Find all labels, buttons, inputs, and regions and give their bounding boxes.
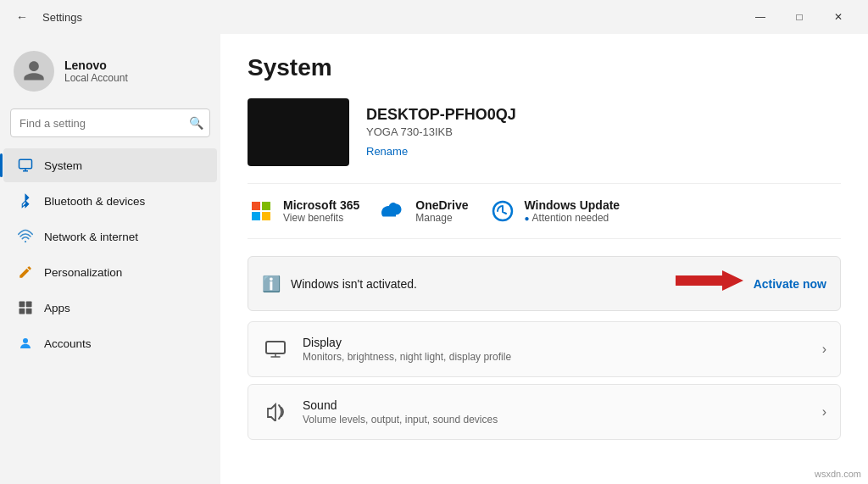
network-icon: [17, 228, 34, 245]
apps-icon: [17, 299, 34, 316]
sidebar-bluetooth-label: Bluetooth & devices: [44, 195, 145, 208]
sidebar-item-network[interactable]: Network & internet: [3, 220, 217, 253]
maximize-button[interactable]: □: [780, 3, 819, 31]
svg-point-6: [23, 338, 28, 343]
sidebar-accounts-label: Accounts: [44, 337, 92, 350]
svg-rect-2: [19, 302, 25, 308]
personalization-icon: [17, 264, 34, 281]
accounts-icon: [17, 335, 34, 352]
service-microsoft365-text: Microsoft 365 View benefits: [283, 198, 359, 224]
device-info: DESKTOP-PFHO0QJ YOGA 730-13IKB Rename: [366, 106, 516, 159]
services-row: Microsoft 365 View benefits OneDrive Man…: [248, 183, 841, 239]
windowsupdate-name: Windows Update: [525, 198, 620, 212]
attention-dot: ●: [525, 214, 530, 223]
microsoft365-desc: View benefits: [283, 212, 359, 224]
device-card: DESKTOP-PFHO0QJ YOGA 730-13IKB Rename: [248, 98, 841, 166]
display-chevron: ›: [822, 342, 826, 357]
rename-link[interactable]: Rename: [366, 145, 408, 158]
page-title: System: [248, 54, 841, 81]
onedrive-desc: Manage: [415, 212, 468, 224]
setting-row-display[interactable]: Display Monitors, brightness, night ligh…: [248, 321, 841, 377]
service-onedrive-text: OneDrive Manage: [415, 198, 468, 224]
search-box[interactable]: 🔍: [10, 108, 210, 137]
sidebar-network-label: Network & internet: [44, 231, 138, 243]
device-name: DESKTOP-PFHO0QJ: [366, 106, 516, 124]
close-button[interactable]: ✕: [819, 3, 858, 31]
svg-rect-3: [26, 302, 32, 308]
sound-chevron: ›: [822, 404, 826, 420]
display-name: Display: [303, 336, 809, 349]
service-onedrive[interactable]: OneDrive Manage: [380, 197, 468, 225]
sound-icon: [262, 398, 289, 426]
watermark: wsxdn.com: [815, 469, 861, 479]
display-text: Display Monitors, brightness, night ligh…: [303, 336, 809, 363]
sidebar-system-label: System: [44, 159, 82, 172]
profile-type: Local Account: [64, 72, 128, 84]
windowsupdate-desc: ●Attention needed: [525, 212, 620, 224]
windowsupdate-icon: [489, 197, 516, 225]
display-desc: Monitors, brightness, night light, displ…: [303, 351, 809, 363]
sidebar-item-accounts[interactable]: Accounts: [3, 326, 217, 360]
activation-text: Windows isn't activated.: [291, 277, 665, 291]
system-icon: [17, 157, 34, 174]
service-windowsupdate[interactable]: Windows Update ●Attention needed: [489, 197, 620, 225]
titlebar: ← Settings — □ ✕: [0, 0, 868, 34]
svg-rect-5: [26, 309, 32, 314]
onedrive-name: OneDrive: [415, 198, 468, 212]
minimize-button[interactable]: —: [741, 3, 780, 31]
device-model: YOGA 730-13IKB: [366, 125, 516, 138]
content-area: System DESKTOP-PFHO0QJ YOGA 730-13IKB Re…: [220, 34, 868, 484]
search-input[interactable]: [10, 108, 210, 137]
sidebar-personalization-label: Personalization: [44, 266, 122, 279]
sidebar-apps-label: Apps: [44, 302, 70, 314]
app-title: Settings: [42, 11, 82, 24]
service-microsoft365[interactable]: Microsoft 365 View benefits: [248, 197, 359, 225]
device-thumbnail: [248, 98, 349, 166]
display-icon: [262, 336, 289, 363]
sound-text: Sound Volume levels, output, input, soun…: [303, 398, 809, 426]
svg-rect-0: [19, 159, 32, 169]
microsoft365-icon: [248, 197, 275, 225]
info-icon: ℹ️: [262, 275, 281, 293]
activate-now-link[interactable]: Activate now: [754, 277, 826, 291]
activation-banner: ℹ️ Windows isn't activated. Activate now: [248, 256, 841, 311]
main-layout: Lenovo Local Account 🔍 System: [0, 34, 868, 484]
onedrive-icon: [380, 197, 407, 225]
sidebar-item-personalization[interactable]: Personalization: [3, 255, 217, 289]
svg-rect-4: [19, 309, 25, 314]
service-windowsupdate-text: Windows Update ●Attention needed: [525, 198, 620, 224]
sidebar-item-apps[interactable]: Apps: [3, 291, 217, 325]
profile-section[interactable]: Lenovo Local Account: [0, 41, 220, 105]
sidebar: Lenovo Local Account 🔍 System: [0, 34, 220, 484]
microsoft365-name: Microsoft 365: [283, 198, 359, 212]
bluetooth-icon: [17, 192, 34, 209]
svg-rect-9: [266, 342, 285, 353]
titlebar-nav: ←: [10, 5, 34, 29]
window-controls: — □ ✕: [741, 3, 858, 31]
arrow-icon: [676, 269, 743, 298]
profile-info: Lenovo Local Account: [64, 58, 128, 84]
svg-point-1: [25, 241, 26, 242]
setting-row-sound[interactable]: Sound Volume levels, output, input, soun…: [248, 384, 841, 440]
sidebar-item-system[interactable]: System: [3, 148, 217, 182]
sidebar-item-bluetooth[interactable]: Bluetooth & devices: [3, 184, 217, 218]
avatar: [14, 51, 54, 92]
profile-name: Lenovo: [64, 58, 128, 72]
titlebar-left: ← Settings: [10, 5, 82, 29]
back-button[interactable]: ←: [10, 5, 34, 29]
svg-marker-8: [676, 270, 743, 291]
sound-name: Sound: [303, 398, 809, 412]
sound-desc: Volume levels, output, input, sound devi…: [303, 414, 809, 426]
